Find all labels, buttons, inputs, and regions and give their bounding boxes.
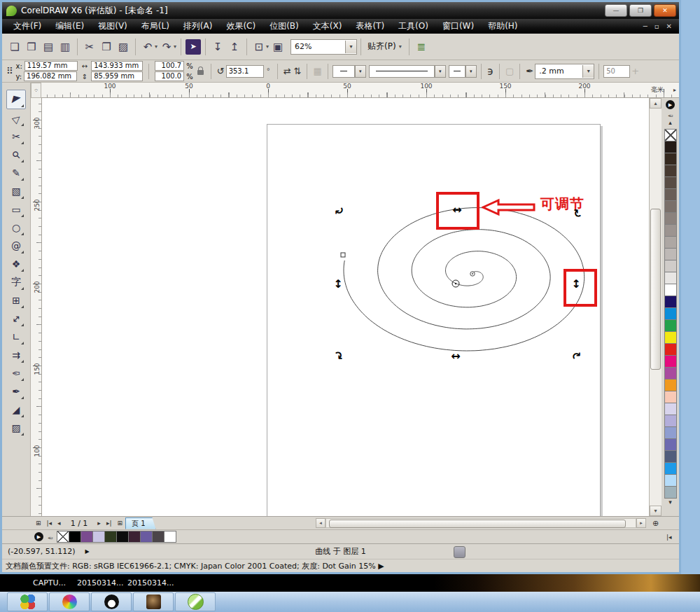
color-swatch[interactable]: [664, 367, 677, 380]
corel-connect-icon[interactable]: ➤: [186, 39, 201, 55]
text-tool[interactable]: 字: [7, 273, 25, 291]
color-swatch[interactable]: [664, 415, 677, 427]
chevron-down-icon[interactable]: ▾: [435, 65, 446, 78]
skew-handle-right[interactable]: ↕: [571, 279, 580, 290]
menu-item[interactable]: 文本(X): [306, 19, 349, 34]
color-swatch[interactable]: [664, 284, 677, 296]
color-swatch[interactable]: [664, 153, 677, 165]
rectangle-tool[interactable]: ▭: [7, 200, 25, 218]
vertical-ruler[interactable]: 300250200150100: [31, 98, 42, 516]
mirror-vertical-icon[interactable]: ⇅: [294, 66, 302, 76]
doc-color-swatch[interactable]: [104, 531, 117, 543]
close-curve-icon[interactable]: ϶: [487, 65, 493, 78]
doc-palette-eyedropper-icon[interactable]: ✑: [48, 532, 53, 541]
menu-item[interactable]: 位图(B): [262, 19, 306, 34]
scale-x-field[interactable]: 100.7: [155, 61, 184, 71]
crop-tool[interactable]: ✂: [7, 127, 25, 146]
menu-item[interactable]: 表格(T): [349, 19, 391, 34]
cut-icon[interactable]: ✂: [82, 39, 97, 55]
chevron-down-icon[interactable]: ▾: [582, 65, 594, 78]
print-icon[interactable]: ▥: [57, 39, 73, 55]
doc-color-swatch[interactable]: [92, 531, 105, 543]
drawing-canvas[interactable]: 可调节 ↷ ↔ ↷ ↕ ↷ ↔ ↷ ↕: [42, 98, 649, 516]
skew-handle-left[interactable]: ↕: [333, 279, 342, 290]
color-swatch[interactable]: [664, 426, 677, 439]
first-page-button[interactable]: |◂: [44, 520, 55, 527]
transparency-spin-field[interactable]: 50: [603, 65, 630, 78]
no-color-swatch[interactable]: [57, 531, 69, 543]
outline-width-combo[interactable]: .2 mm ▾: [535, 64, 594, 79]
arrowhead-end-select[interactable]: [449, 65, 465, 78]
color-swatch[interactable]: [664, 331, 677, 344]
doc-color-swatch[interactable]: [140, 531, 153, 543]
horizontal-scrollbar[interactable]: ◂ ▸: [316, 518, 646, 528]
doc-color-swatch[interactable]: [128, 531, 141, 543]
color-swatch[interactable]: [664, 260, 677, 272]
palette-scroll-down-icon[interactable]: ▾: [668, 499, 672, 508]
ruler-origin-button[interactable]: ⁘: [31, 83, 41, 98]
doc-color-swatch[interactable]: [164, 531, 176, 543]
outline-pen-tool[interactable]: ✒: [7, 382, 25, 401]
add-page-button[interactable]: ⊞: [114, 520, 125, 527]
color-swatch[interactable]: [664, 307, 677, 320]
interactive-fill-tool[interactable]: ▨: [7, 419, 25, 437]
undo-icon[interactable]: ↶: [140, 39, 155, 55]
x-position-field[interactable]: 119.57 mm: [24, 61, 78, 71]
zoom-tool[interactable]: ⚲: [7, 146, 25, 164]
next-page-button[interactable]: ▸: [94, 520, 104, 527]
horizontal-scroll-thumb[interactable]: [329, 520, 626, 528]
menu-item[interactable]: 效果(C): [219, 19, 262, 34]
export-icon[interactable]: ↥: [227, 39, 242, 55]
basic-shapes-tool[interactable]: ❖: [7, 255, 25, 273]
palette-scroll-up-icon[interactable]: ▴: [668, 119, 672, 128]
doc-color-swatch[interactable]: [80, 531, 93, 543]
color-swatch[interactable]: [664, 295, 677, 308]
menu-item[interactable]: 视图(V): [91, 19, 134, 34]
import-icon[interactable]: ↧: [210, 39, 225, 55]
freehand-tool[interactable]: ✎: [7, 164, 25, 182]
menu-item[interactable]: 排列(A): [176, 19, 220, 34]
color-swatch[interactable]: [664, 438, 677, 451]
application-launcher-icon[interactable]: ⊡: [251, 39, 267, 55]
color-swatch[interactable]: [664, 176, 677, 189]
taskbar-button-balloons[interactable]: [7, 592, 48, 611]
palette-eyedropper-icon[interactable]: ✑: [668, 110, 673, 119]
last-page-button[interactable]: ▸|: [104, 520, 115, 527]
chevron-down-icon[interactable]: ▾: [155, 43, 158, 50]
doc-color-swatch[interactable]: [116, 531, 129, 543]
zoom-tool-corner-icon[interactable]: ⊕: [650, 519, 662, 528]
scroll-up-icon[interactable]: ▴: [650, 98, 662, 109]
doc-color-swatch[interactable]: [152, 531, 164, 543]
prev-page-button[interactable]: ◂: [55, 520, 64, 527]
color-swatch[interactable]: [664, 272, 677, 284]
color-swatch[interactable]: [664, 248, 677, 260]
spiral-polygon-tool[interactable]: @: [7, 237, 25, 255]
menu-item[interactable]: 编辑(E): [48, 19, 91, 34]
fill-tool[interactable]: ◢: [7, 401, 25, 419]
color-swatch[interactable]: [664, 188, 677, 201]
color-swatch[interactable]: [664, 462, 677, 475]
scale-y-field[interactable]: 100.0: [155, 71, 184, 81]
mirror-horizontal-icon[interactable]: ⇄: [284, 66, 291, 76]
chevron-down-icon[interactable]: ▾: [355, 65, 366, 78]
color-swatch[interactable]: [664, 343, 677, 356]
arrowhead-start-select[interactable]: [332, 65, 355, 78]
save-icon[interactable]: ▤: [41, 39, 56, 55]
scroll-down-icon[interactable]: ▾: [650, 506, 662, 516]
doc-palette-scroll-start-icon[interactable]: |◂: [664, 534, 675, 541]
lock-ratio-icon[interactable]: [197, 70, 204, 75]
color-swatch[interactable]: [664, 379, 677, 391]
line-style-select[interactable]: [369, 65, 435, 78]
skew-handle-bottom[interactable]: ↔: [451, 351, 460, 362]
mdi-close-button[interactable]: ✕: [666, 22, 672, 30]
connector-tool[interactable]: ∟: [7, 328, 25, 346]
blend-tool[interactable]: ⇉: [7, 346, 25, 364]
taskbar-button-coreldraw[interactable]: [175, 592, 216, 611]
shape-tool[interactable]: ▷: [7, 109, 25, 127]
menu-item[interactable]: 布局(L): [134, 19, 176, 34]
color-eyedropper-tool[interactable]: ✑: [7, 364, 25, 382]
chevron-down-icon[interactable]: ▾: [399, 43, 402, 50]
taskbar-button-pinwheel[interactable]: [49, 592, 90, 611]
color-swatch[interactable]: [664, 474, 677, 487]
paste-icon[interactable]: ▨: [115, 39, 131, 55]
